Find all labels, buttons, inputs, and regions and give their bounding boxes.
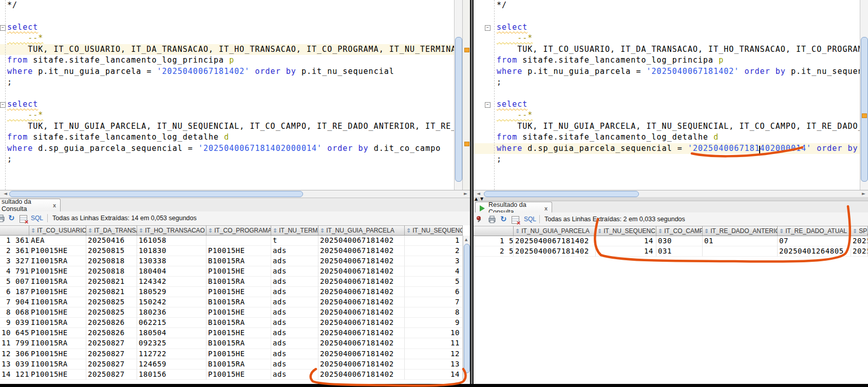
cell[interactable]: AEA bbox=[29, 236, 86, 246]
code-line[interactable]: ; bbox=[0, 154, 454, 165]
code-token[interactable] bbox=[322, 144, 327, 153]
cell[interactable]: 4 bbox=[405, 266, 463, 277]
cell[interactable]: B10015RA bbox=[206, 297, 271, 307]
sort-icon[interactable]: ⇕ bbox=[320, 227, 325, 234]
code-token[interactable]: where bbox=[497, 67, 522, 76]
cell[interactable]: 12 3060 bbox=[0, 349, 29, 359]
sort-icon[interactable]: ⇕ bbox=[31, 227, 35, 234]
sort-icon[interactable]: ⇕ bbox=[704, 228, 709, 235]
code-line[interactable]: */ bbox=[474, 0, 868, 11]
table-row[interactable]: 2 51202504006718140214031202504012648052… bbox=[474, 246, 868, 257]
cell[interactable]: P10015HE bbox=[29, 349, 86, 359]
cell[interactable]: P10015HE bbox=[206, 246, 271, 256]
cell[interactable]: 2025040067181402 bbox=[514, 236, 596, 246]
cell[interactable]: 20250827 bbox=[86, 370, 137, 380]
code-line[interactable]: TUK, IT_NU_GUIA_PARCELA, IT_NU_SEQUENCIA… bbox=[0, 121, 454, 132]
cell[interactable]: 20250827 bbox=[86, 359, 137, 370]
cell[interactable]: 2025040067181402 bbox=[318, 328, 405, 338]
cell[interactable]: 13 bbox=[405, 359, 463, 370]
cell[interactable]: 2025040067181402 bbox=[318, 236, 405, 246]
cell[interactable]: 161058 bbox=[137, 236, 206, 246]
cell[interactable]: 10 6455 bbox=[0, 328, 29, 338]
code-token[interactable]: select bbox=[7, 100, 38, 109]
cell[interactable]: P10015HE bbox=[206, 266, 271, 277]
fold-minus-icon[interactable]: − bbox=[485, 25, 490, 31]
cell[interactable]: 4 7915 bbox=[0, 266, 29, 277]
cell[interactable]: 030 bbox=[656, 236, 703, 246]
code-token[interactable]: '2025040067181402' bbox=[646, 67, 739, 76]
code-line[interactable]: from sitafe.sitafe_lancamento_log_princi… bbox=[474, 55, 868, 66]
code-token[interactable]: ; bbox=[7, 154, 12, 164]
cell[interactable]: 14 bbox=[596, 236, 656, 246]
cell[interactable]: P10015HE bbox=[206, 307, 271, 318]
code-line[interactable]: from sitafe.sitafe_lancamento_log_detalh… bbox=[474, 132, 868, 143]
cell[interactable]: ads bbox=[271, 359, 318, 370]
cell[interactable]: 2025040067181402 bbox=[318, 266, 405, 277]
cell[interactable]: 101830 bbox=[137, 246, 206, 256]
cell[interactable]: ads bbox=[271, 370, 318, 380]
cell[interactable]: ads bbox=[271, 307, 318, 318]
cell[interactable]: 07 bbox=[778, 236, 851, 246]
code-token[interactable] bbox=[250, 67, 255, 76]
refresh-icon[interactable]: ↻ bbox=[500, 215, 509, 224]
cell[interactable]: 13 0392 bbox=[0, 359, 29, 370]
table-row[interactable]: 13 0392I10015RA20250827124659B10015RAads… bbox=[0, 359, 463, 370]
cell[interactable]: 8 bbox=[405, 307, 463, 318]
code-line[interactable]: TUK, IT_CO_USUARIO, IT_DA_TRANSACAO, IT_… bbox=[474, 44, 868, 55]
cell[interactable]: 180236 bbox=[137, 307, 206, 318]
cell[interactable]: 180156 bbox=[137, 370, 206, 380]
code-token[interactable] bbox=[812, 144, 817, 153]
cell[interactable]: I10015RA bbox=[29, 318, 86, 328]
cell[interactable]: 20250826 bbox=[86, 328, 137, 338]
cell[interactable]: 8 0682 bbox=[0, 307, 29, 318]
cell[interactable]: t bbox=[271, 236, 318, 246]
cell[interactable]: 2025 bbox=[851, 236, 868, 246]
cell[interactable]: 1 bbox=[405, 236, 463, 246]
code-line[interactable]: where d.sp_guia_parcela_sequencial = '20… bbox=[0, 143, 454, 154]
table-row[interactable]: 8 0682P10015HE20250825180236P10015HEads2… bbox=[0, 307, 463, 318]
close-icon[interactable]: x bbox=[53, 202, 56, 208]
scroll-right-icon[interactable]: ► bbox=[464, 190, 467, 197]
code-token[interactable]: select bbox=[497, 100, 527, 109]
code-line[interactable]: where d.sp_guia_parcela_sequencial = '20… bbox=[474, 143, 868, 154]
code-token[interactable]: p.it_nu_sequencial bbox=[296, 67, 394, 76]
sort-icon[interactable]: ⇕ bbox=[515, 228, 520, 235]
cell[interactable]: I10015RA bbox=[29, 338, 86, 349]
cell[interactable]: 180404 bbox=[137, 266, 206, 277]
pane-divider[interactable] bbox=[470, 0, 474, 387]
cell[interactable]: ads bbox=[271, 256, 318, 266]
table-row[interactable]: 6 1879P10015HE20250821180529P10015HEads2… bbox=[0, 287, 463, 297]
column-header-it_re_dado_atual[interactable]: ⇕IT_RE_DADO_ATUAL bbox=[778, 226, 851, 236]
code-token[interactable]: order by bbox=[327, 144, 368, 153]
code-token[interactable]: TUK, IT_NU_GUIA_PARCELA, IT_NU_SEQUENCIA… bbox=[497, 122, 868, 131]
code-token[interactable]: TUK, IT_CO_USUARIO, IT_DA_TRANSACAO, IT_… bbox=[497, 45, 868, 54]
cell[interactable]: 2025040067181402 bbox=[318, 297, 405, 307]
cell[interactable]: B10015RA bbox=[206, 318, 271, 328]
code-token[interactable]: p.it_nu_guia_parcela = bbox=[33, 67, 157, 76]
code-token[interactable]: '2025040067181402' bbox=[157, 67, 250, 76]
code-line[interactable] bbox=[474, 11, 868, 22]
column-header-sp_g[interactable]: ⇕SP_G bbox=[851, 226, 868, 236]
code-token[interactable]: from bbox=[7, 132, 28, 142]
column-header-it_co_usuario[interactable]: ⇕IT_CO_USUARIO bbox=[29, 225, 86, 236]
code-token[interactable]: select bbox=[497, 23, 527, 32]
sort-icon[interactable]: ⇕ bbox=[139, 227, 143, 234]
cell[interactable]: 124342 bbox=[137, 277, 206, 287]
fold-minus-icon[interactable]: − bbox=[0, 102, 6, 108]
code-token[interactable]: sitafe.sitafe_lancamento_log_principa bbox=[517, 55, 719, 65]
column-header-it_nu_guia_parcela[interactable]: ⇕IT_NU_GUIA_PARCELA bbox=[318, 225, 405, 236]
sort-icon[interactable]: ⇕ bbox=[779, 228, 784, 235]
code-token[interactable] bbox=[739, 67, 744, 76]
code-token[interactable]: --* bbox=[497, 33, 533, 43]
cell[interactable]: 092325 bbox=[137, 338, 206, 349]
table-row[interactable]: 1 5220250400671814021403001072025 bbox=[474, 236, 868, 246]
code-token[interactable]: ; bbox=[497, 154, 502, 164]
code-token[interactable]: ; bbox=[7, 78, 12, 87]
clear-grid-icon[interactable] bbox=[20, 215, 28, 224]
cell[interactable]: ads bbox=[271, 266, 318, 277]
code-token[interactable]: ; bbox=[497, 78, 502, 87]
code-token[interactable]: '2025040067181402000014' bbox=[198, 144, 322, 153]
cell[interactable]: B10015RA bbox=[206, 359, 271, 370]
cell[interactable]: 20250825 bbox=[86, 307, 137, 318]
cell[interactable]: P10015HE bbox=[206, 349, 271, 359]
